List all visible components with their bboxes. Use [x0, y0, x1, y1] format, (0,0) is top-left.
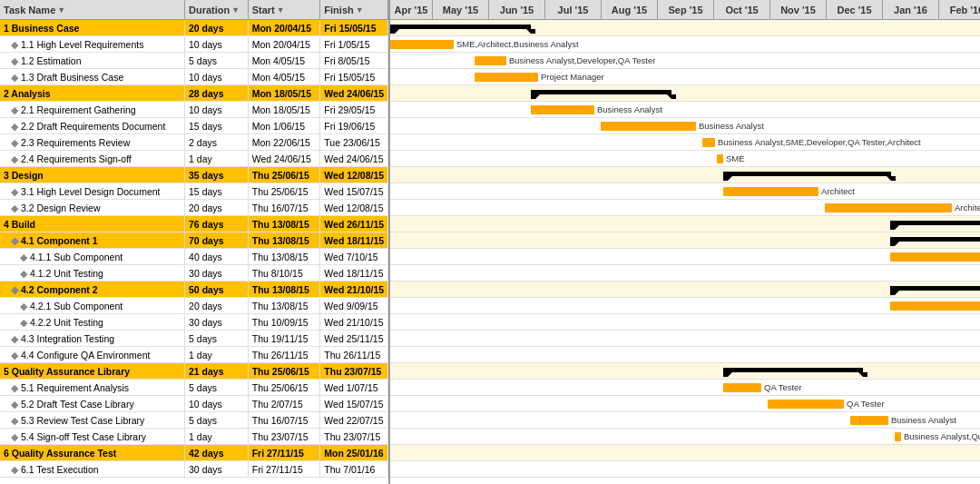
task-row: ◆ 2.1 Requirement Gathering 10 days Mon …	[0, 102, 388, 118]
task-name: 4.2.1 Sub Component	[30, 301, 122, 311]
chart-row	[390, 396, 980, 412]
task-name: 4.1.2 Unit Testing	[30, 268, 103, 279]
task-name: 4.1 Component 1	[21, 235, 98, 246]
th-finish: Finish ▼	[320, 0, 388, 19]
task-bar	[717, 154, 723, 163]
month-header: Apr '15	[390, 0, 433, 19]
task-bar	[723, 383, 761, 392]
gantt-container: Task Name ▼ Duration ▼ Start ▼ Finish ▼ …	[0, 0, 980, 484]
chart-row	[390, 429, 980, 445]
summary-bar	[723, 172, 891, 176]
task-name: 5.3 Review Test Case Library	[21, 415, 144, 426]
bar-label: QA Tester	[764, 382, 802, 392]
task-name: 3.1 High Level Design Document	[21, 186, 161, 197]
chart-row	[390, 265, 980, 282]
task-name: 2.3 Requirements Review	[21, 137, 130, 148]
task-row: ◆ 2.2 Draft Requirements Document 15 day…	[0, 118, 388, 134]
summary-bar	[531, 90, 671, 94]
task-name: 4.4 Configure QA Environment	[21, 350, 150, 361]
task-row: ◆ 2.3 Requirements Review 2 days Mon 22/…	[0, 134, 388, 151]
bar-label: Architect,Developer,QA Tester	[955, 202, 980, 212]
month-header: Dec '15	[827, 0, 883, 19]
bar-label: QA Tester	[847, 399, 885, 409]
task-name: 5.1 Requirement Analysis	[21, 382, 129, 393]
chart-row	[390, 445, 980, 461]
task-name: 4.2.2 Unit Testing	[30, 317, 103, 328]
month-header: Sep '15	[658, 0, 714, 19]
summary-bar	[723, 368, 863, 372]
task-bar	[723, 187, 818, 196]
task-name: 4 Build	[4, 219, 35, 230]
task-row: ◆ 6.1 Test Execution 30 days Fri 27/11/1…	[0, 461, 388, 478]
chart-row	[390, 347, 980, 363]
task-row: ◆ 4.3 Integration Testing 5 days Thu 19/…	[0, 331, 388, 347]
chart-row	[390, 167, 980, 183]
task-name: 3 Design	[4, 170, 44, 181]
bar-label: Business Analyst,SME,Developer,QA Tester…	[718, 137, 921, 147]
summary-bar	[890, 237, 980, 242]
bar-label: SME	[726, 153, 745, 163]
task-bar	[475, 56, 506, 65]
bar-label: Business Analyst,Quality Assurance Manag…	[904, 431, 980, 441]
task-row: ◆ 1.1 High Level Requirements 10 days Mo…	[0, 36, 388, 53]
task-row: ◆ 4.1.2 Unit Testing 30 days Thu 8/10/15…	[0, 265, 388, 282]
task-name: 2.1 Requirement Gathering	[21, 104, 136, 115]
task-name: 2 Analysis	[4, 88, 51, 99]
bar-label: Business Analyst	[597, 104, 662, 114]
task-name: 5.4 Sign-off Test Case Library	[21, 431, 146, 442]
task-name: 5.2 Draft Test Case Library	[21, 399, 134, 410]
task-name: 2.4 Requirements Sign-off	[21, 153, 132, 164]
task-row: ◆ 5.3 Review Test Case Library 5 days Th…	[0, 412, 388, 429]
task-row: ◆ 1.2 Estimation 5 days Mon 4/05/15 Fri …	[0, 53, 388, 69]
summary-bar	[890, 221, 980, 225]
bar-label: Architect	[821, 186, 855, 196]
task-name: 1.3 Draft Business Case	[21, 72, 123, 83]
task-rows: 1 Business Case 20 days Mon 20/04/15 Fri…	[0, 20, 388, 478]
bar-label: SME,Architect,Business Analyst	[456, 39, 579, 49]
task-bar	[825, 203, 952, 212]
task-name: 1.1 High Level Requirements	[21, 39, 143, 50]
task-row: ◆ 2.4 Requirements Sign-off 1 day Wed 24…	[0, 151, 388, 167]
task-row: ◆ 4.1.1 Sub Component 40 days Thu 13/08/…	[0, 249, 388, 265]
chart-row	[390, 461, 980, 478]
task-row: ◆ 4.2.2 Unit Testing 30 days Thu 10/09/1…	[0, 314, 388, 331]
task-bar	[390, 40, 454, 49]
chart-row	[390, 183, 980, 200]
task-name: 4.2 Component 2	[21, 284, 98, 295]
month-header: Aug '15	[602, 0, 658, 19]
th-finish-label: Finish	[324, 5, 353, 15]
chart-row	[390, 85, 980, 102]
task-name: 6.1 Test Execution	[21, 464, 99, 475]
task-name: 5 Quality Assurance Library	[4, 366, 130, 377]
task-bar	[768, 400, 844, 409]
summary-bar	[890, 286, 980, 291]
task-row: ◆ 4.2 Component 2 50 days Thu 13/08/15 W…	[0, 282, 388, 298]
task-row: ◆ 5.2 Draft Test Case Library 10 days Th…	[0, 396, 388, 412]
task-bar	[895, 432, 901, 441]
task-row: ◆ 4.1 Component 1 70 days Thu 13/08/15 W…	[0, 232, 388, 249]
task-bar	[531, 105, 594, 114]
task-bar	[890, 301, 980, 311]
task-bar	[475, 73, 538, 82]
task-name: 3.2 Design Review	[21, 202, 101, 213]
th-duration-label: Duration	[189, 5, 230, 15]
task-row: ◆ 1.3 Draft Business Case 10 days Mon 4/…	[0, 69, 388, 85]
table-header: Task Name ▼ Duration ▼ Start ▼ Finish ▼	[0, 0, 388, 20]
chart-row	[390, 380, 980, 396]
task-row: ◆ 4.2.1 Sub Component 20 days Thu 13/08/…	[0, 298, 388, 314]
task-row: 3 Design 35 days Thu 25/06/15 Wed 12/08/…	[0, 167, 388, 183]
task-bar	[601, 122, 696, 131]
bar-label: Business Analyst	[891, 415, 956, 425]
task-name: 2.2 Draft Requirements Document	[21, 121, 165, 132]
bar-label: Business Analyst	[699, 121, 764, 131]
th-name-label: Task Name	[4, 5, 55, 15]
task-row: ◆ 3.2 Design Review 20 days Thu 16/07/15…	[0, 200, 388, 216]
task-row: ◆ 5.1 Requirement Analysis 5 days Thu 25…	[0, 380, 388, 396]
task-name: 4.1.1 Sub Component	[30, 252, 122, 262]
chart-row	[390, 363, 980, 380]
task-row: 2 Analysis 28 days Mon 18/05/15 Wed 24/0…	[0, 85, 388, 102]
task-bar	[850, 416, 888, 425]
task-row: ◆ 4.4 Configure QA Environment 1 day Thu…	[0, 347, 388, 363]
chart-row	[390, 314, 980, 331]
th-name: Task Name ▼	[0, 0, 185, 19]
